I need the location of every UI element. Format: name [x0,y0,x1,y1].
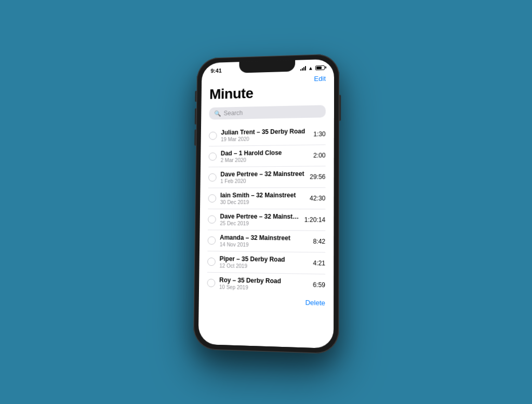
phone-screen: 9:41 ▲ Edit Minute 🔍 [198,59,334,348]
volume-down-button [194,129,196,145]
item-circle-5 [208,236,216,245]
status-time: 9:41 [210,68,221,74]
signal-icon [300,66,306,71]
item-date-5: 14 Nov 2019 [220,241,309,248]
item-circle-1 [209,153,217,161]
mute-button [195,91,196,102]
item-title-5: Amanda – 32 Mainstreet [220,234,309,241]
item-duration-4: 1:20:14 [304,216,326,223]
item-duration-7: 6:59 [313,281,325,289]
notch [239,60,295,73]
item-date-1: 2 Mar 2020 [221,157,309,164]
list-item[interactable]: Julian Trent – 35 Derby Road 19 Mar 2020… [209,124,326,146]
list-item[interactable]: Dave Pertree – 32 Mainstreet 1 Feb 2020 … [208,166,326,188]
item-duration-3: 42:30 [310,195,325,202]
list-item[interactable]: Dave Pertree – 32 Mainstreet 25 Dec 2019… [208,209,325,231]
item-body-6: Piper – 35 Derby Road 12 Oct 2019 [219,255,309,270]
item-duration-1: 2:00 [313,152,326,159]
app-title: Minute [209,84,326,103]
volume-up-button [195,109,196,125]
wifi-icon: ▲ [308,65,313,71]
power-button [339,95,341,121]
list-item[interactable]: Amanda – 32 Mainstreet 14 Nov 2019 8:42 [207,230,325,252]
item-duration-0: 1:30 [313,130,326,138]
search-placeholder: Search [223,110,243,117]
item-circle-2 [208,173,217,182]
item-body-0: Julian Trent – 35 Derby Road 19 Mar 2020 [221,128,309,142]
item-date-3: 30 Dec 2019 [220,199,305,205]
item-body-3: Iain Smith – 32 Mainstreet 30 Dec 2019 [220,192,305,205]
item-duration-6: 4:21 [313,260,325,267]
item-duration-2: 29:56 [310,173,325,180]
items-list: Julian Trent – 35 Derby Road 19 Mar 2020… [207,124,325,295]
item-duration-5: 8:42 [313,238,325,245]
status-icons: ▲ [300,64,325,71]
search-icon: 🔍 [214,110,221,117]
item-body-2: Dave Pertree – 32 Mainstreet 1 Feb 2020 [220,170,305,184]
item-circle-4 [208,216,216,224]
phone-device: 9:41 ▲ Edit Minute 🔍 [193,53,339,354]
search-bar[interactable]: 🔍 Search [209,105,326,119]
item-title-3: Iain Smith – 32 Mainstreet [220,192,305,199]
delete-button[interactable]: Delete [207,293,325,311]
list-item[interactable]: Dad – 1 Harold Close 2 Mar 2020 2:00 [208,145,325,167]
edit-button[interactable]: Edit [314,75,326,83]
item-circle-3 [208,194,217,203]
list-item[interactable]: Piper – 35 Derby Road 12 Oct 2019 4:21 [207,251,325,274]
item-date-7: 10 Sep 2019 [219,284,309,291]
item-date-0: 19 Mar 2020 [221,136,309,142]
list-item[interactable]: Roy – 35 Derby Road 10 Sep 2019 6:59 [207,273,325,296]
item-circle-0 [209,132,217,140]
app-content: Edit Minute 🔍 Search Julian Trent – 35 D… [198,72,334,348]
